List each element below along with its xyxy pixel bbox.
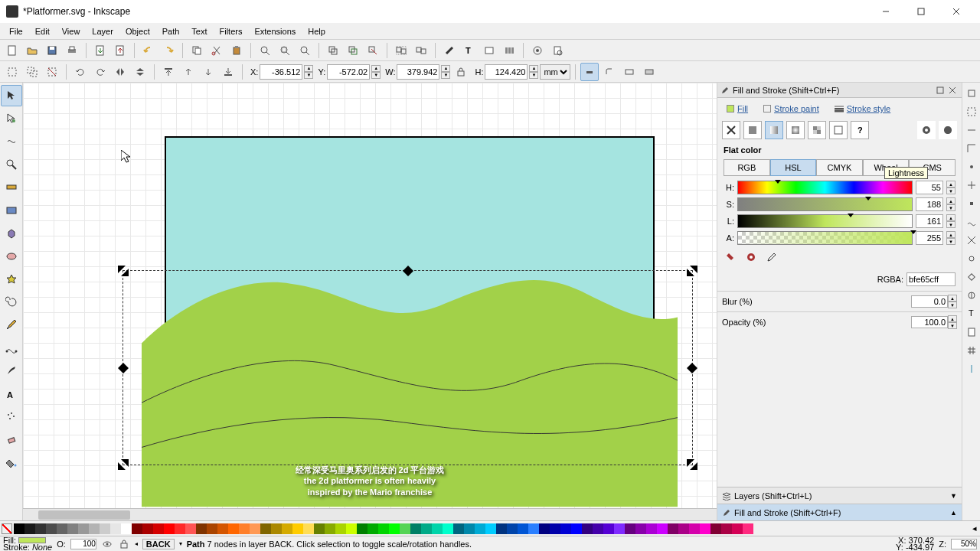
cut-button[interactable]	[207, 41, 226, 60]
snap-cusp-node-button[interactable]	[963, 269, 980, 285]
clone-button[interactable]	[344, 41, 362, 60]
linear-gradient-button[interactable]	[765, 121, 783, 139]
bezier-tool[interactable]	[1, 337, 22, 359]
fill-stroke-button[interactable]	[440, 41, 459, 60]
raise-button[interactable]	[179, 63, 198, 81]
stroke-style-tab[interactable]: Stroke style	[830, 101, 895, 116]
lower-bottom-button[interactable]	[219, 63, 237, 81]
lock-aspect-button[interactable]	[452, 63, 470, 81]
menu-object[interactable]: Object	[119, 25, 156, 37]
snap-grid-button[interactable]	[963, 342, 980, 359]
light-spin-up[interactable]: ▲	[946, 214, 956, 221]
menu-text[interactable]: Text	[185, 25, 213, 37]
pencil-tool[interactable]	[1, 315, 22, 336]
box3d-tool[interactable]	[1, 223, 22, 244]
eraser-tool[interactable]	[1, 429, 22, 451]
zoom-selection-button[interactable]	[256, 41, 274, 60]
eyedropper-button[interactable]	[763, 249, 779, 265]
blur-input[interactable]	[911, 295, 948, 308]
spray-tool[interactable]	[1, 406, 22, 428]
layer-visibility-button[interactable]	[101, 538, 113, 550]
hue-slider[interactable]	[737, 181, 913, 194]
snap-enable-button[interactable]	[963, 85, 980, 102]
duplicate-button[interactable]	[324, 41, 342, 60]
alpha-input[interactable]	[916, 231, 943, 245]
deselect-button[interactable]	[43, 63, 61, 81]
menu-help[interactable]: Help	[302, 25, 332, 37]
scale-handle-w[interactable]	[118, 363, 129, 373]
snap-corner-button[interactable]	[963, 140, 980, 157]
canvas[interactable]: 经常深受马里奥系列启发的 2d 平台游戏 the 2d platformer i…	[23, 83, 717, 520]
tweak-tool[interactable]	[1, 131, 22, 152]
x-input[interactable]	[260, 64, 302, 80]
snap-page-border-button[interactable]	[963, 324, 980, 341]
menu-file[interactable]: File	[3, 25, 29, 37]
menu-edit[interactable]: Edit	[29, 25, 56, 37]
select-all-layers-button[interactable]	[23, 63, 41, 81]
zoom-page-button[interactable]	[296, 41, 314, 60]
preferences-button[interactable]	[528, 41, 547, 60]
palette-none-swatch[interactable]	[2, 523, 12, 534]
w-spin-down[interactable]: ▼	[441, 72, 450, 79]
scale-handle-sw[interactable]	[118, 459, 129, 470]
palette-swatches[interactable]	[14, 523, 969, 534]
doc-properties-button[interactable]	[548, 41, 567, 60]
menu-path[interactable]: Path	[156, 25, 186, 37]
ungroup-button[interactable]	[412, 41, 430, 60]
fill-rule-evenodd-button[interactable]	[917, 121, 936, 139]
hue-spin-down[interactable]: ▼	[946, 187, 956, 194]
y-spin-down[interactable]: ▼	[371, 72, 381, 79]
h-spin-up[interactable]: ▲	[529, 65, 538, 72]
alpha-slider[interactable]	[737, 231, 913, 245]
swatch-button[interactable]	[829, 121, 848, 139]
scale-handle-nw[interactable]	[118, 266, 129, 276]
layer-lock-button[interactable]	[118, 538, 130, 550]
close-button[interactable]	[939, 0, 974, 23]
status-stroke-value[interactable]: None	[32, 543, 52, 552]
layers-panel-header[interactable]: Layers (Shift+Ctrl+L) ▼	[717, 487, 962, 504]
fill-stroke-collapsed-header[interactable]: Fill and Stroke (Shift+Ctrl+F) ▲	[717, 504, 962, 520]
opacity-input[interactable]	[911, 316, 948, 328]
affect-pattern-button[interactable]	[640, 63, 658, 81]
star-tool[interactable]	[1, 269, 22, 290]
paste-button[interactable]	[227, 41, 246, 60]
scale-handle-se[interactable]	[687, 459, 697, 470]
radial-gradient-button[interactable]	[786, 121, 805, 139]
snap-smooth-node-button[interactable]	[963, 250, 980, 267]
stroke-paint-tab[interactable]: Stroke paint	[759, 101, 824, 116]
light-spin-down[interactable]: ▼	[946, 221, 956, 228]
alpha-spin-down[interactable]: ▼	[946, 238, 956, 245]
affect-corners-button[interactable]	[600, 63, 619, 81]
scale-handle-e[interactable]	[687, 363, 697, 373]
selector-tool[interactable]	[1, 85, 22, 106]
rotate-cw-button[interactable]	[91, 63, 109, 81]
flip-h-button[interactable]	[111, 63, 129, 81]
group-button[interactable]	[392, 41, 410, 60]
pattern-button[interactable]	[808, 121, 826, 139]
menu-view[interactable]: View	[56, 25, 87, 37]
unknown-paint-button[interactable]: ?	[851, 121, 869, 139]
x-spin-down[interactable]: ▼	[304, 72, 313, 79]
undo-button[interactable]	[139, 41, 158, 60]
blur-spin-down[interactable]: ▼	[948, 302, 957, 308]
snap-text-baseline-button[interactable]: T	[963, 305, 980, 322]
fill-stroke-panel-header[interactable]: Fill and Stroke (Shift+Ctrl+F)	[717, 83, 962, 98]
rgba-input[interactable]	[906, 272, 956, 286]
maximize-button[interactable]	[903, 0, 939, 23]
xml-editor-button[interactable]	[480, 41, 498, 60]
color-managed-button[interactable]	[724, 249, 739, 265]
snap-path-button[interactable]	[963, 214, 980, 230]
scale-handle-ne[interactable]	[687, 266, 697, 276]
rotate-ccw-button[interactable]	[71, 63, 90, 81]
panel-detach-button[interactable]	[934, 84, 946, 96]
x-spin-up[interactable]: ▲	[304, 65, 313, 72]
no-paint-button[interactable]	[722, 121, 740, 139]
status-opacity-input[interactable]	[70, 539, 96, 549]
menu-extensions[interactable]: Extensions	[248, 25, 302, 37]
w-spin-up[interactable]: ▲	[441, 65, 450, 72]
measure-tool[interactable]	[1, 177, 22, 198]
status-layer-name[interactable]: BACK	[142, 539, 175, 549]
spiral-tool[interactable]	[1, 292, 22, 313]
flat-color-button[interactable]	[743, 121, 762, 139]
canvas-h-scrollbar[interactable]	[23, 508, 717, 520]
